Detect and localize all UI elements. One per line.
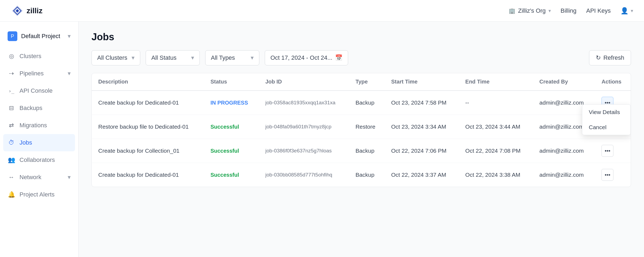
sidebar-item-label: Collaborators: [19, 156, 55, 163]
sidebar-item-jobs[interactable]: ⏱ Jobs: [3, 134, 75, 151]
more-options-icon: •••: [605, 148, 610, 154]
sidebar-item-label: API Console: [19, 87, 53, 94]
cell-description: Restore backup file to Dedicated-01: [92, 115, 204, 139]
sidebar-item-label: Migrations: [19, 122, 47, 129]
clusters-filter[interactable]: All Clusters ▾: [91, 50, 140, 65]
org-selector[interactable]: 🏢 Zilliz's Org ▾: [509, 7, 551, 14]
logo: zilliz: [11, 4, 43, 17]
row-actions-button[interactable]: •••: [601, 169, 613, 181]
table-row: Create backup for Collection_01 Successf…: [92, 139, 631, 163]
more-options-icon: •••: [605, 172, 610, 178]
cell-status: IN PROGRESS: [204, 91, 259, 115]
project-chevron-icon: ▾: [68, 33, 71, 40]
cell-job-id: job-0358ac81935xxqq1ax31xa: [259, 91, 349, 115]
page-title: Jobs: [91, 31, 631, 43]
status-badge: Successful: [210, 148, 239, 154]
cell-end-time: --: [459, 91, 533, 115]
cell-job-id: job-0386f0f3e637nz5g7hloas: [259, 139, 349, 163]
cell-actions: •••: [595, 163, 631, 187]
sidebar-item-collaborators[interactable]: 👥 Collaborators: [0, 151, 78, 169]
sidebar-item-clusters[interactable]: ◎ Clusters: [0, 48, 78, 65]
date-range-filter[interactable]: Oct 17, 2024 - Oct 24... 📅: [265, 50, 348, 65]
network-icon: ↔: [8, 173, 15, 181]
cell-type: Backup: [349, 163, 385, 187]
clusters-icon: ◎: [8, 52, 15, 60]
table-row: Restore backup file to Dedicated-01 Succ…: [92, 115, 631, 139]
refresh-label: Refresh: [603, 54, 624, 61]
billing-link[interactable]: Billing: [561, 7, 577, 14]
cell-description: Create backup for Collection_01: [92, 139, 204, 163]
status-filter-label: All Status: [151, 54, 176, 61]
cell-status: Successful: [204, 163, 259, 187]
status-filter-chevron-icon: ▾: [191, 54, 194, 61]
types-filter-chevron-icon: ▾: [251, 54, 254, 61]
main-content: Jobs All Clusters ▾ All Status ▾ All Typ…: [79, 22, 644, 257]
pipelines-icon: ⇢: [8, 70, 15, 77]
network-chevron-icon: ▾: [68, 174, 71, 181]
view-details-item[interactable]: View Details: [582, 105, 630, 120]
user-chevron-icon: ▾: [631, 8, 633, 14]
user-avatar-icon: 👤: [620, 7, 629, 15]
date-range-label: Oct 17, 2024 - Oct 24...: [270, 54, 332, 61]
sidebar-item-label: Project Alerts: [19, 191, 55, 198]
user-menu[interactable]: 👤 ▾: [620, 7, 633, 15]
table-row: Create backup for Dedicated-01 Successfu…: [92, 163, 631, 187]
col-job-id: Job ID: [259, 73, 349, 91]
logo-text: zilliz: [27, 6, 43, 15]
table-row: Create backup for Dedicated-01 IN PROGRE…: [92, 91, 631, 115]
col-type: Type: [349, 73, 385, 91]
cell-description: Create backup for Dedicated-01: [92, 163, 204, 187]
cell-type: Restore: [349, 115, 385, 139]
cell-actions: ••• View Details Cancel: [595, 91, 631, 115]
actions-dropdown: View Details Cancel: [582, 104, 631, 135]
jobs-icon: ⏱: [8, 139, 15, 146]
project-icon: P: [8, 31, 17, 41]
calendar-icon: 📅: [335, 54, 342, 61]
backups-icon: ⊟: [8, 104, 15, 112]
col-start-time: Start Time: [385, 73, 459, 91]
sidebar-item-project-alerts[interactable]: 🔔 Project Alerts: [0, 186, 78, 203]
sidebar-item-api-console[interactable]: ›_ API Console: [0, 82, 78, 99]
cell-status: Successful: [204, 115, 259, 139]
sidebar-item-label: Backups: [19, 105, 42, 112]
col-actions: Actions: [595, 73, 631, 91]
col-created-by: Created By: [533, 73, 595, 91]
cell-start-time: Oct 22, 2024 3:37 AM: [385, 163, 459, 187]
refresh-button[interactable]: ↻ Refresh: [589, 50, 631, 65]
refresh-icon: ↻: [596, 54, 601, 61]
api-keys-link[interactable]: API Keys: [586, 7, 611, 14]
cell-actions: •••: [595, 139, 631, 163]
sidebar-item-backups[interactable]: ⊟ Backups: [0, 99, 78, 117]
filters-bar: All Clusters ▾ All Status ▾ All Types ▾ …: [91, 50, 631, 65]
types-filter[interactable]: All Types ▾: [205, 50, 259, 65]
collaborators-icon: 👥: [8, 156, 15, 164]
status-filter[interactable]: All Status ▾: [146, 50, 200, 65]
cell-end-time: Oct 22, 2024 7:08 PM: [459, 139, 533, 163]
cancel-item[interactable]: Cancel: [582, 120, 630, 135]
sidebar: P Default Project ▾ ◎ Clusters ⇢ Pipelin…: [0, 22, 79, 257]
sidebar-item-label: Jobs: [19, 139, 32, 146]
sidebar-item-label: Network: [19, 174, 41, 181]
migrations-icon: ⇄: [8, 122, 15, 129]
jobs-table: Description Status Job ID Type Start Tim…: [92, 73, 631, 187]
sidebar-item-migrations[interactable]: ⇄ Migrations: [0, 117, 78, 134]
col-status: Status: [204, 73, 259, 91]
org-label: Zilliz's Org: [518, 7, 546, 14]
cell-end-time: Oct 23, 2024 3:44 AM: [459, 115, 533, 139]
clusters-filter-label: All Clusters: [97, 54, 127, 61]
cell-start-time: Oct 22, 2024 7:06 PM: [385, 139, 459, 163]
cell-type: Backup: [349, 91, 385, 115]
col-description: Description: [92, 73, 204, 91]
cell-job-id: job-030bb08585d777t5ohfihq: [259, 163, 349, 187]
cell-start-time: Oct 23, 2024 7:58 PM: [385, 91, 459, 115]
project-selector[interactable]: P Default Project ▾: [0, 27, 78, 45]
sidebar-item-network[interactable]: ↔ Network ▾: [0, 169, 78, 186]
zilliz-logo-icon: [11, 4, 24, 17]
cell-description: Create backup for Dedicated-01: [92, 91, 204, 115]
row-actions-button[interactable]: •••: [601, 145, 613, 157]
pipelines-chevron-icon: ▾: [68, 70, 71, 77]
sidebar-item-label: Clusters: [19, 53, 41, 60]
types-filter-label: All Types: [211, 54, 235, 61]
sidebar-item-pipelines[interactable]: ⇢ Pipelines ▾: [0, 65, 78, 82]
sidebar-item-label: Pipelines: [19, 70, 44, 77]
